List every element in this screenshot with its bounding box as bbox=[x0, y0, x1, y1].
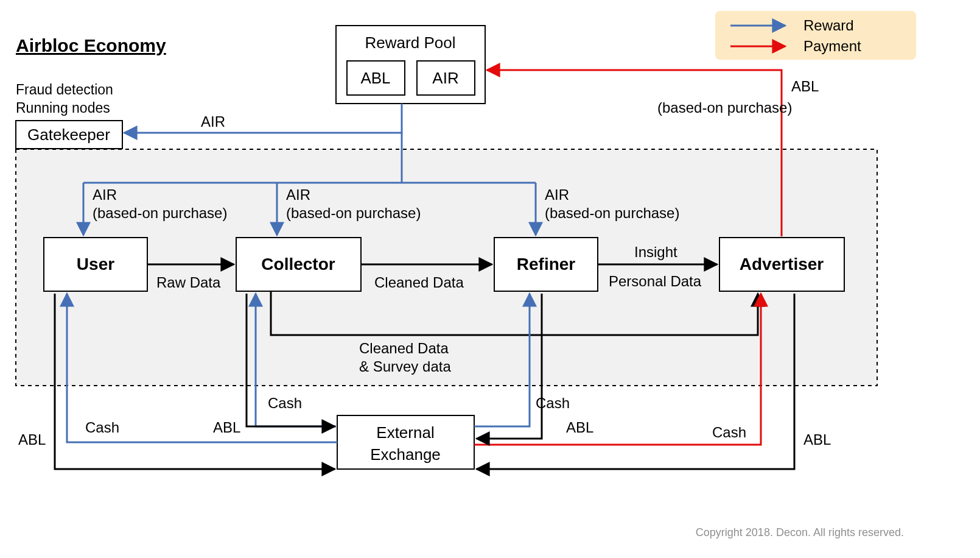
edge-abl-adv-l2: (based-on purchase) bbox=[657, 99, 792, 116]
edge-air-ref-l1: AIR bbox=[545, 186, 569, 203]
diagram-canvas: Reward Payment Airbloc Economy Fraud det… bbox=[0, 0, 980, 558]
advertiser-node: Advertiser bbox=[719, 238, 844, 291]
edge-air-coll-l1: AIR bbox=[286, 186, 310, 203]
collector-label: Collector bbox=[261, 255, 335, 274]
edge-cash-adv: Cash bbox=[712, 424, 746, 440]
exchange-label1: External bbox=[376, 423, 434, 442]
air-token-label: AIR bbox=[432, 69, 458, 87]
edge-personaldata: Personal Data bbox=[609, 273, 702, 289]
gatekeeper-note2: Running nodes bbox=[16, 100, 110, 116]
legend-payment: Payment bbox=[803, 38, 861, 54]
refiner-node: Refiner bbox=[494, 238, 598, 291]
edge-cleaneddata: Cleaned Data bbox=[374, 274, 464, 291]
edge-insight: Insight bbox=[634, 244, 677, 260]
gatekeeper-node: Gatekeeper bbox=[16, 121, 122, 149]
reward-pool-label: Reward Pool bbox=[365, 34, 456, 52]
user-node: User bbox=[44, 238, 147, 291]
gatekeeper-label: Gatekeeper bbox=[27, 125, 110, 144]
arrow-rewardpool-gatekeeper bbox=[124, 104, 402, 133]
diagram-title: Airbloc Economy bbox=[16, 35, 166, 55]
user-label: User bbox=[77, 255, 114, 274]
advertiser-label: Advertiser bbox=[740, 255, 824, 274]
edge-air-gk: AIR bbox=[201, 113, 225, 130]
edge-rawdata: Raw Data bbox=[156, 274, 221, 291]
edge-abl-adv2: ABL bbox=[803, 431, 831, 448]
external-exchange-node: External Exchange bbox=[337, 415, 474, 469]
edge-abl-user: ABL bbox=[18, 431, 46, 448]
edge-cs1: Cleaned Data bbox=[359, 340, 449, 356]
edge-air-user-l1: AIR bbox=[93, 186, 117, 203]
edge-air-coll-l2: (based-on purchase) bbox=[286, 205, 421, 221]
exchange-label2: Exchange bbox=[370, 445, 441, 464]
abl-token-label: ABL bbox=[360, 69, 390, 87]
copyright: Copyright 2018. Decon. All rights reserv… bbox=[696, 526, 904, 539]
edge-cash-coll: Cash bbox=[268, 395, 302, 411]
edge-air-ref-l2: (based-on purchase) bbox=[545, 205, 679, 221]
edge-cash-ref: Cash bbox=[536, 395, 570, 411]
reward-pool-node: Reward Pool ABL AIR bbox=[336, 26, 485, 104]
refiner-label: Refiner bbox=[517, 255, 576, 274]
edge-abl-adv-l1: ABL bbox=[791, 78, 819, 94]
edge-cs2: & Survey data bbox=[359, 358, 451, 375]
gatekeeper-note1: Fraud detection bbox=[16, 82, 113, 97]
edge-air-user-l2: (based-on purchase) bbox=[93, 205, 227, 221]
edge-abl-coll: ABL bbox=[213, 419, 240, 436]
collector-node: Collector bbox=[236, 238, 361, 291]
legend: Reward Payment bbox=[715, 11, 916, 60]
edge-cash-user: Cash bbox=[85, 419, 119, 436]
edge-abl-ref: ABL bbox=[566, 419, 593, 436]
legend-reward: Reward bbox=[803, 17, 854, 34]
